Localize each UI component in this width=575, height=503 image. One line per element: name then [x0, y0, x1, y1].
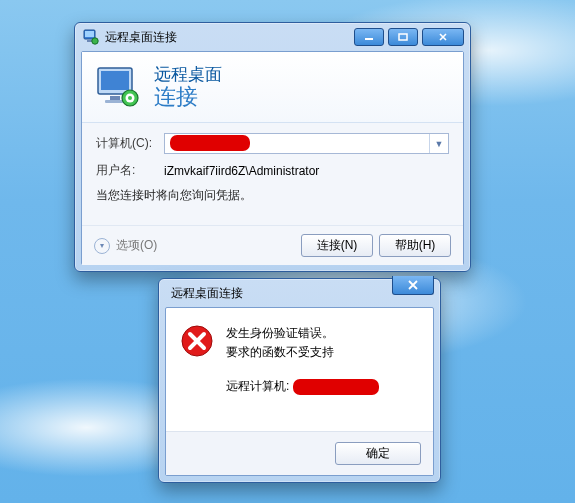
svg-rect-2	[87, 40, 92, 42]
remote-computer-label: 远程计算机:	[226, 378, 289, 395]
minimize-button[interactable]	[354, 28, 384, 46]
svg-rect-4	[365, 38, 373, 40]
window-client-area: 远程桌面 连接 计算机(C): ▼ 用户名: iZmvkaif7iird6Z\A…	[81, 51, 464, 265]
username-value: iZmvkaif7iird6Z\Administrator	[164, 164, 319, 178]
options-toggle[interactable]: ▾ 选项(O)	[94, 237, 157, 254]
help-button[interactable]: 帮助(H)	[379, 234, 451, 257]
desktop-background: 远程桌面连接 远程桌面 连接	[0, 0, 575, 503]
close-button[interactable]	[422, 28, 464, 46]
svg-rect-8	[110, 96, 120, 100]
error-dialog-window: 远程桌面连接 发生身份验证错误。 要求的函数不受支持 远程计算机:	[158, 278, 441, 483]
error-line-2: 要求的函数不受支持	[226, 343, 334, 362]
error-line-1: 发生身份验证错误。	[226, 324, 334, 343]
svg-rect-1	[85, 31, 94, 37]
ok-button[interactable]: 确定	[335, 442, 421, 465]
titlebar[interactable]: 远程桌面连接	[75, 23, 470, 51]
chevron-down-icon: ▾	[94, 238, 110, 254]
banner-line1: 远程桌面	[154, 65, 222, 85]
options-label: 选项(O)	[116, 237, 157, 254]
dropdown-arrow-icon[interactable]: ▼	[429, 134, 448, 153]
computer-label: 计算机(C):	[96, 135, 164, 152]
dialog-close-button[interactable]	[392, 276, 434, 295]
window-title: 远程桌面连接	[105, 29, 354, 46]
svg-rect-7	[101, 71, 129, 90]
redacted-remote-computer-value	[293, 379, 379, 395]
credentials-note: 当您连接时将向您询问凭据。	[96, 187, 449, 204]
svg-rect-5	[399, 34, 407, 40]
rdp-monitor-icon	[96, 66, 142, 108]
svg-point-12	[128, 96, 132, 100]
rdp-main-window: 远程桌面连接 远程桌面 连接	[74, 22, 471, 272]
svg-point-3	[92, 38, 98, 44]
computer-combo[interactable]: ▼	[164, 133, 449, 154]
header-banner: 远程桌面 连接	[82, 52, 463, 123]
username-label: 用户名:	[96, 162, 164, 179]
banner-line2: 连接	[154, 84, 222, 109]
error-icon	[180, 324, 214, 358]
connect-button[interactable]: 连接(N)	[301, 234, 373, 257]
dialog-client-area: 发生身份验证错误。 要求的函数不受支持 远程计算机: 确定	[165, 307, 434, 476]
rdp-titlebar-icon	[83, 29, 99, 45]
computer-input[interactable]	[164, 133, 449, 154]
maximize-button[interactable]	[388, 28, 418, 46]
